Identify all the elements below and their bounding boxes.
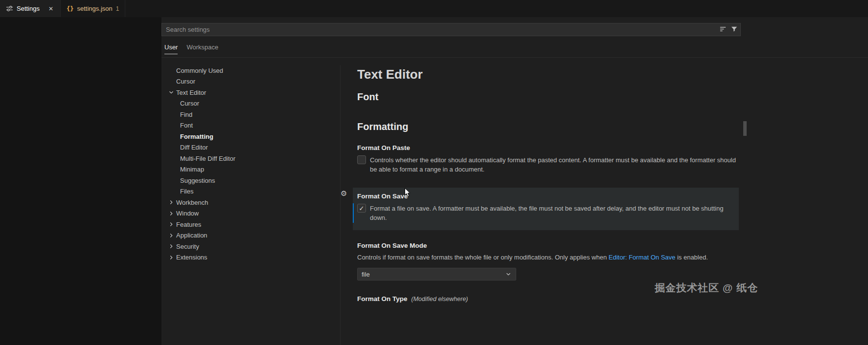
sidebar-item-diff-editor[interactable]: Diff Editor: [161, 142, 338, 153]
chevron-placeholder: [171, 166, 179, 173]
setting-description: Controls if format on save formats the w…: [357, 253, 739, 262]
chevron-down-icon[interactable]: [167, 88, 175, 96]
toc-label: Diff Editor: [180, 144, 208, 151]
format-on-save-checkbox[interactable]: ✓: [357, 204, 366, 213]
close-icon[interactable]: ✕: [47, 5, 54, 13]
tab-settings-json[interactable]: {} settings.json 1: [61, 0, 125, 17]
toc-label: Cursor: [180, 100, 199, 107]
toc-label: Font: [180, 122, 193, 129]
toc-label: Text Editor: [176, 89, 206, 96]
setting-format-on-type: Format On Type(Modified elsewhere): [357, 294, 739, 303]
toc-label: Security: [176, 243, 199, 250]
settings-content: Text Editor Font Formatting Format On Pa…: [357, 65, 739, 303]
setting-description: Controls whether the editor should autom…: [370, 155, 739, 174]
page-title: Text Editor: [357, 66, 739, 83]
scope-tab-user[interactable]: User: [164, 43, 178, 54]
sidebar-item-files[interactable]: Files: [161, 186, 338, 197]
chevron-right-icon[interactable]: [167, 254, 175, 261]
chevron-placeholder: [171, 132, 179, 140]
chevron-placeholder: [171, 176, 179, 184]
format-on-save-mode-select[interactable]: file: [357, 268, 516, 280]
chevron-right-icon[interactable]: [167, 198, 175, 206]
setting-format-on-save-mode: Format On Save Mode Controls if format o…: [357, 242, 739, 280]
sidebar-item-commonly-used[interactable]: Commonly Used: [161, 65, 338, 76]
tab-modified-badge: 1: [116, 5, 119, 12]
description-text: Controls if format on save formats the w…: [357, 254, 609, 261]
sidebar-item-suggestions[interactable]: Suggestions: [161, 175, 338, 186]
filter-funnel-icon[interactable]: [731, 25, 738, 33]
chevron-placeholder: [171, 154, 179, 162]
toc-label: Minimap: [180, 166, 204, 173]
toc-label: Window: [176, 210, 199, 217]
chevron-placeholder: [171, 188, 179, 195]
clear-filters-icon[interactable]: [719, 25, 727, 33]
sidebar-item-cursor[interactable]: Cursor: [161, 76, 338, 87]
chevron-placeholder: [171, 122, 179, 129]
sidebar-item-minimap[interactable]: Minimap: [161, 164, 338, 175]
settings-search: [161, 23, 741, 36]
chevron-right-icon[interactable]: [167, 210, 175, 217]
setting-label: Format On Save Mode: [357, 242, 739, 249]
toc-label: Workbench: [176, 199, 208, 206]
toc-label: Commonly Used: [176, 67, 223, 74]
chevron-placeholder: [171, 100, 179, 108]
scope-tab-workspace[interactable]: Workspace: [186, 43, 218, 54]
toc-label: Application: [176, 232, 207, 239]
select-value: file: [362, 271, 370, 278]
tab-settings[interactable]: Settings ✕: [0, 0, 61, 17]
editor-tab-bar: Settings ✕ {} settings.json 1: [0, 0, 868, 17]
section-heading-font: Font: [357, 91, 739, 103]
modified-elsewhere-annotation: (Modified elsewhere): [411, 296, 468, 302]
sidebar-item-application[interactable]: Application: [161, 230, 338, 241]
sidebar-item-text-editor[interactable]: Text Editor: [161, 87, 338, 98]
toc-splitter[interactable]: [340, 65, 341, 345]
setting-label: Format On Type: [357, 295, 408, 302]
header-divider: [161, 57, 868, 58]
toc-label: Files: [180, 188, 193, 195]
settings-toc: Commonly Used Cursor Text Editor Cursor …: [161, 65, 338, 263]
setting-label: Format On Paste: [357, 144, 739, 151]
scrollbar-thumb[interactable]: [743, 121, 747, 136]
sidebar-item-font[interactable]: Font: [161, 120, 338, 131]
setting-description: Format a file on save. A formatter must …: [370, 204, 734, 222]
description-text: is enabled.: [675, 254, 708, 261]
chevron-placeholder: [171, 144, 179, 151]
chevron-right-icon[interactable]: [167, 232, 175, 239]
format-on-paste-checkbox[interactable]: [357, 155, 366, 164]
chevron-right-icon[interactable]: [167, 220, 175, 228]
tab-label: Settings: [17, 5, 40, 12]
sidebar-item-find[interactable]: Find: [161, 109, 338, 120]
sidebar-item-features[interactable]: Features: [161, 219, 338, 230]
editor-format-on-save-link[interactable]: Editor: Format On Save: [609, 254, 676, 261]
toc-label: Cursor: [176, 78, 195, 85]
watermark-text: 掘金技术社区 @ 纸仓: [655, 281, 758, 295]
chevron-down-icon: [505, 271, 512, 278]
toc-label: Formatting: [180, 133, 213, 140]
chevron-placeholder: [167, 78, 175, 86]
toc-label: Find: [180, 111, 192, 118]
sidebar-item-window[interactable]: Window: [161, 208, 338, 219]
section-heading-formatting: Formatting: [357, 121, 739, 132]
sidebar-item-text-editor-cursor[interactable]: Cursor: [161, 98, 338, 109]
search-icons: [719, 25, 738, 33]
chevron-placeholder: [171, 110, 179, 118]
sidebar-item-extensions[interactable]: Extensions: [161, 252, 338, 263]
mouse-cursor: [404, 188, 411, 199]
settings-scope-tabs: User Workspace: [164, 43, 218, 54]
sidebar-item-formatting[interactable]: Formatting: [161, 131, 338, 142]
sidebar-item-multi-file-diff-editor[interactable]: Multi-File Diff Editor: [161, 153, 338, 164]
setting-label: Format On Save: [357, 193, 734, 200]
toc-label: Extensions: [176, 254, 207, 261]
vscode-settings-window: Settings ✕ {} settings.json 1: [0, 0, 868, 345]
toc-label: Multi-File Diff Editor: [180, 155, 235, 162]
settings-editor: User Workspace Commonly Used Cursor Text…: [161, 17, 868, 345]
settings-sliders-icon: [6, 5, 13, 12]
chevron-right-icon[interactable]: [167, 242, 175, 250]
chevron-placeholder: [167, 66, 175, 74]
setting-gear-icon[interactable]: ⚙: [341, 189, 347, 198]
search-input[interactable]: [161, 23, 741, 36]
toc-label: Features: [176, 221, 201, 228]
sidebar-item-workbench[interactable]: Workbench: [161, 197, 338, 208]
json-braces-icon: {}: [67, 5, 73, 12]
sidebar-item-security[interactable]: Security: [161, 241, 338, 252]
